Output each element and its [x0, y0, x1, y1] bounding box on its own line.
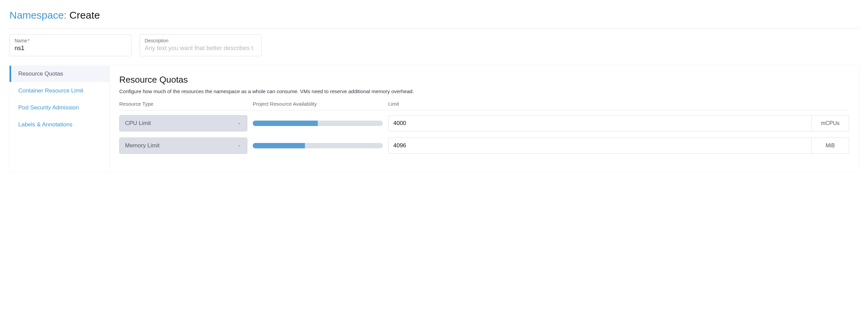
- dropdown-label: CPU Limit: [125, 120, 151, 127]
- required-asterisk: *: [28, 38, 29, 43]
- availability-bar-memory: [253, 143, 383, 148]
- page-title-prefix: Namespace:: [9, 9, 66, 21]
- panel-body: Resource Quotas Configure how much of th…: [110, 66, 859, 171]
- quota-row: CPU Limit mCPUs: [119, 115, 849, 131]
- name-label: Name*: [15, 38, 126, 43]
- tab-labels-annotations[interactable]: Labels & Annotations: [9, 117, 109, 133]
- section-description: Configure how much of the resources the …: [119, 88, 849, 94]
- name-input[interactable]: [15, 45, 126, 52]
- col-header-type: Resource Type: [119, 101, 253, 107]
- quota-row: Memory Limit MiB: [119, 138, 849, 154]
- limit-input-cpu[interactable]: [388, 115, 812, 131]
- resource-type-dropdown-cpu[interactable]: CPU Limit: [119, 115, 247, 131]
- name-field-box[interactable]: Name*: [9, 34, 131, 56]
- chevron-down-icon: [237, 143, 242, 148]
- columns-header: Resource Type Project Resource Availabil…: [119, 101, 849, 110]
- resource-type-dropdown-memory[interactable]: Memory Limit: [119, 138, 247, 154]
- description-field-box[interactable]: Description: [140, 34, 262, 56]
- limit-input-memory[interactable]: [388, 138, 812, 154]
- availability-fill: [253, 143, 305, 148]
- limit-unit-cpu: mCPUs: [812, 115, 849, 131]
- tab-resource-quotas[interactable]: Resource Quotas: [9, 66, 109, 82]
- dropdown-label: Memory Limit: [125, 142, 160, 149]
- col-header-availability: Project Resource Availability: [253, 101, 388, 107]
- limit-group-cpu: mCPUs: [388, 115, 849, 131]
- availability-bar-cpu: [253, 121, 383, 126]
- section-title: Resource Quotas: [119, 75, 849, 85]
- divider: [9, 28, 859, 29]
- side-tabs: Resource Quotas Container Resource Limit…: [9, 66, 110, 171]
- limit-group-memory: MiB: [388, 138, 849, 154]
- page-title-action: Create: [69, 9, 100, 21]
- col-header-limit: Limit: [388, 101, 849, 107]
- description-label: Description: [145, 38, 256, 43]
- page-title: Namespace: Create: [9, 9, 859, 21]
- tab-container-resource-limit[interactable]: Container Resource Limit: [9, 83, 109, 99]
- settings-panel: Resource Quotas Container Resource Limit…: [9, 66, 859, 171]
- availability-fill: [253, 121, 318, 126]
- tab-pod-security-admission[interactable]: Pod Security Admission: [9, 100, 109, 116]
- limit-unit-memory: MiB: [812, 138, 849, 154]
- fields-row: Name* Description: [9, 34, 859, 56]
- chevron-down-icon: [237, 121, 242, 126]
- description-input[interactable]: [145, 45, 256, 52]
